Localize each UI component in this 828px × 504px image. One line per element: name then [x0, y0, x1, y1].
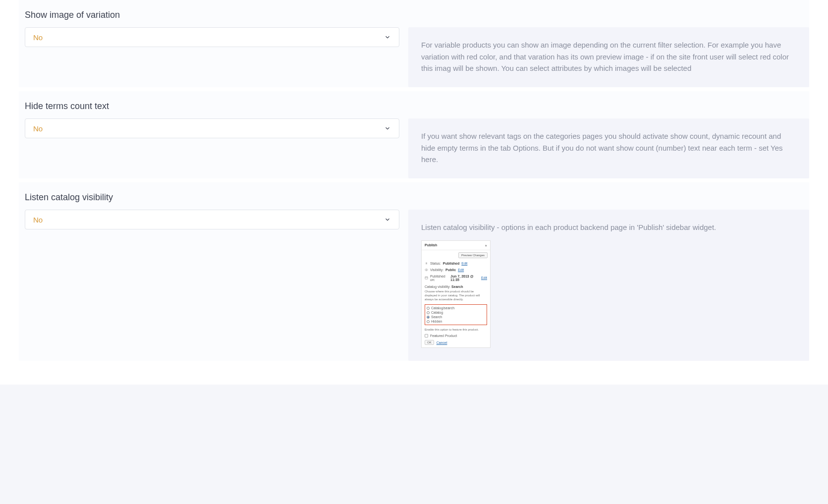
published-row: Published on: Jun 7, 2013 @ 11:35 Edit — [422, 273, 490, 283]
select-value: No — [33, 216, 43, 224]
select-value: No — [33, 124, 43, 133]
collapse-caret-icon: ▴ — [485, 243, 487, 247]
visibility-row: Visibility: Public Edit — [422, 267, 490, 273]
select-listen-catalog-visibility[interactable]: No — [25, 210, 399, 229]
setting-section-show-image-variation: Show image of variation No For variable … — [19, 0, 809, 87]
chevron-down-icon — [384, 216, 391, 223]
setting-description-panel: If you want show relevant tags on the ca… — [408, 118, 809, 178]
pin-icon — [425, 262, 428, 265]
setting-description-panel: For variable products you can show an im… — [408, 27, 809, 87]
radio-icon — [427, 316, 430, 319]
radio-icon — [427, 307, 430, 310]
select-show-image-variation[interactable]: No — [25, 27, 399, 47]
setting-title: Listen catalog visibility — [25, 192, 809, 203]
setting-description: Listen catalog visibility - options in e… — [421, 222, 796, 233]
ok-button: OK — [425, 340, 434, 345]
preview-changes-button: Preview Changes — [458, 252, 488, 258]
eye-icon — [425, 268, 428, 272]
radio-option: Catalog — [427, 310, 485, 315]
catalog-visibility-options: Catalog/search Catalog Search Hidde — [425, 304, 487, 325]
radio-icon — [427, 320, 430, 323]
svg-point-0 — [426, 269, 427, 270]
setting-section-listen-catalog-visibility: Listen catalog visibility No Listen cata… — [19, 182, 809, 361]
status-row: Status: Published Edit — [422, 260, 490, 267]
setting-title: Show image of variation — [25, 10, 809, 20]
radio-option: Search — [427, 315, 485, 319]
setting-description: If you want show relevant tags on the ca… — [421, 130, 796, 166]
chevron-down-icon — [384, 34, 391, 41]
svg-rect-1 — [425, 277, 428, 280]
featured-checkbox-row: Featured Product — [422, 333, 490, 340]
setting-description: For variable products you can show an im… — [421, 39, 796, 74]
edit-link: Edit — [461, 262, 467, 265]
catalog-visibility-description: Choose where this product should be disp… — [422, 289, 490, 303]
publish-widget-preview: Publish ▴ Preview Changes Status: Publis… — [421, 240, 491, 348]
select-hide-terms-count[interactable]: No — [25, 118, 399, 138]
featured-enable-description: Enable this option to feature this produ… — [422, 327, 490, 333]
cancel-link: Cancel — [437, 341, 447, 344]
setting-section-hide-terms-count: Hide terms count text No If you want sho… — [19, 91, 809, 178]
radio-option: Hidden — [427, 319, 485, 324]
radio-option: Catalog/search — [427, 306, 485, 310]
calendar-icon — [425, 276, 428, 280]
chevron-down-icon — [384, 125, 391, 132]
setting-description-panel: Listen catalog visibility - options in e… — [408, 210, 809, 361]
publish-widget-title: Publish — [425, 243, 437, 247]
ok-cancel-row: OK Cancel — [422, 340, 490, 347]
catalog-visibility-row: Catalog visibility: Search — [422, 283, 490, 289]
edit-link: Edit — [458, 268, 464, 272]
setting-title: Hide terms count text — [25, 101, 809, 112]
checkbox-icon — [425, 334, 428, 337]
select-value: No — [33, 33, 43, 42]
publish-widget-header: Publish ▴ — [422, 241, 490, 250]
radio-icon — [427, 311, 430, 314]
edit-link: Edit — [481, 276, 487, 280]
